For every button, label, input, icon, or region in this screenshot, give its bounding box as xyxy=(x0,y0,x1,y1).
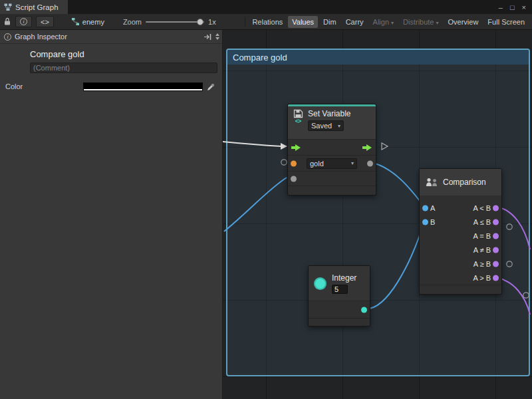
input-b-port[interactable] xyxy=(422,219,428,225)
toolbar-buttons: Relations Values Dim Carry Align▾ Distri… xyxy=(243,16,529,28)
comparison-ports: A A < B B A ≤ B A = B xyxy=(420,196,501,285)
node-title: Comparison xyxy=(443,178,486,187)
comparison-row: B A ≤ B xyxy=(420,215,501,229)
graph-inspector-panel: i Graph Inspector Compare gold Color xyxy=(0,30,223,399)
code-preview-button[interactable]: <> xyxy=(36,16,54,27)
variable-name-port[interactable] xyxy=(291,160,297,166)
dim-button[interactable]: Dim xyxy=(319,16,340,28)
output-a-neq-b-port[interactable] xyxy=(493,247,499,253)
flow-output-port[interactable] xyxy=(362,144,372,151)
flow-input-port[interactable] xyxy=(291,144,301,151)
integer-value-input[interactable] xyxy=(332,285,348,294)
comparison-row: A = B xyxy=(420,229,501,243)
graph-asset-icon xyxy=(71,17,80,26)
chevron-down-icon: ▾ xyxy=(351,160,354,166)
value-input-port[interactable] xyxy=(291,176,297,182)
scroll-down-icon[interactable] xyxy=(215,37,219,40)
set-variable-icon: <> xyxy=(292,109,304,136)
color-alpha-bar xyxy=(84,89,202,90)
input-a-port[interactable] xyxy=(422,205,428,211)
content-area: i Graph Inspector Compare gold Color xyxy=(0,30,532,399)
graph-inspector-title: Graph Inspector xyxy=(15,33,67,41)
output-a-greater-b-port[interactable] xyxy=(493,275,499,281)
color-label: Color xyxy=(5,82,23,90)
output-a-greatereq-b-port[interactable] xyxy=(493,261,499,267)
zoom-slider-track xyxy=(146,21,204,23)
maximize-button[interactable]: □ xyxy=(510,3,515,11)
align-label: Align xyxy=(373,18,389,26)
toolbar-separator xyxy=(245,17,245,27)
window-controls: – □ × xyxy=(499,0,532,14)
align-dropdown-button[interactable]: Align▾ xyxy=(369,16,398,28)
node-footer xyxy=(288,186,376,196)
set-variable-header[interactable]: <> Set Variable Saved ▾ xyxy=(288,106,376,139)
comparison-row: A A < B xyxy=(420,201,501,215)
variable-name-value: gold xyxy=(310,160,324,168)
node-integer[interactable]: Integer xyxy=(308,265,370,327)
full-screen-button[interactable]: Full Screen xyxy=(483,16,529,28)
node-footer xyxy=(420,285,501,295)
integer-icon xyxy=(314,277,327,290)
zoom-slider[interactable] xyxy=(146,17,204,27)
distribute-label: Distribute xyxy=(403,18,434,26)
node-set-variable[interactable]: <> Set Variable Saved ▾ xyxy=(287,104,376,196)
group-header[interactable]: Compare gold xyxy=(227,50,529,65)
panel-stepper xyxy=(215,33,220,40)
comparison-row: A ≠ B xyxy=(420,243,501,257)
tab-title: Script Graph xyxy=(15,3,59,11)
node-title: Integer xyxy=(332,273,356,283)
lock-icon[interactable] xyxy=(3,17,11,26)
distribute-dropdown-button[interactable]: Distribute▾ xyxy=(399,16,442,28)
output-label: A < B xyxy=(473,204,491,212)
flow-row xyxy=(288,139,376,155)
tab-script-graph[interactable]: Script Graph xyxy=(0,0,68,14)
graph-inspector-header[interactable]: i Graph Inspector xyxy=(0,30,222,44)
dock-panel-icon[interactable] xyxy=(203,33,212,41)
variable-row: gold ▾ xyxy=(288,155,376,171)
output-a-eq-b-port[interactable] xyxy=(493,233,499,239)
output-label: A > B xyxy=(473,274,491,282)
comparison-header[interactable]: Comparison xyxy=(420,169,501,196)
graph-toolbar: i <> enemy Zoom 1x Relations Values Dim … xyxy=(0,14,532,30)
graph-asset-chip[interactable]: enemy xyxy=(71,17,104,26)
variable-kind-dropdown[interactable]: Saved ▾ xyxy=(308,120,344,131)
value-output-port[interactable] xyxy=(367,160,373,166)
input-b-label: B xyxy=(430,218,435,226)
titlebar: Script Graph – □ × xyxy=(0,0,532,14)
comment-input[interactable] xyxy=(30,63,217,73)
close-button[interactable]: × xyxy=(522,3,526,11)
integer-output-port[interactable] xyxy=(361,307,367,313)
code-icon: <> xyxy=(41,18,49,26)
output-a-less-b-port[interactable] xyxy=(493,205,499,211)
relations-button[interactable]: Relations xyxy=(248,16,287,28)
values-button[interactable]: Values xyxy=(288,16,318,28)
carry-button[interactable]: Carry xyxy=(342,16,368,28)
graph-info-button[interactable]: i xyxy=(15,16,32,27)
color-swatch[interactable] xyxy=(83,82,203,91)
color-field-row: Color xyxy=(0,82,222,92)
output-label: A ≠ B xyxy=(473,246,491,254)
chevron-down-icon: ▾ xyxy=(391,20,394,26)
output-a-lesseq-b-port[interactable] xyxy=(493,219,499,225)
zoom-value: 1x xyxy=(208,18,216,26)
variable-name-dropdown[interactable]: gold ▾ xyxy=(307,158,357,169)
minimize-button[interactable]: – xyxy=(499,3,503,11)
chevron-down-icon: ▾ xyxy=(436,20,439,26)
graph-asset-name: enemy xyxy=(82,18,104,26)
comparison-row: A ≥ B xyxy=(420,257,501,271)
node-comparison[interactable]: Comparison A A < B B A ≤ B xyxy=(419,168,502,295)
overview-button[interactable]: Overview xyxy=(444,16,483,28)
inspector-graph-title: Compare gold xyxy=(30,49,217,59)
node-footer xyxy=(309,318,370,326)
integer-output-row xyxy=(309,301,370,318)
zoom-slider-handle[interactable] xyxy=(197,19,203,25)
graph-canvas[interactable]: Compare gold xyxy=(223,30,532,399)
eyedropper-icon[interactable] xyxy=(207,82,215,91)
input-a-label: A xyxy=(430,204,435,212)
chevron-down-icon: ▾ xyxy=(338,123,340,129)
scroll-up-icon[interactable] xyxy=(215,33,219,36)
unity-script-graph-window: Script Graph – □ × i <> enemy Zoom xyxy=(0,0,532,399)
integer-header[interactable]: Integer xyxy=(309,266,370,301)
group-title: Compare gold xyxy=(233,53,287,63)
output-label: A = B xyxy=(473,232,491,240)
